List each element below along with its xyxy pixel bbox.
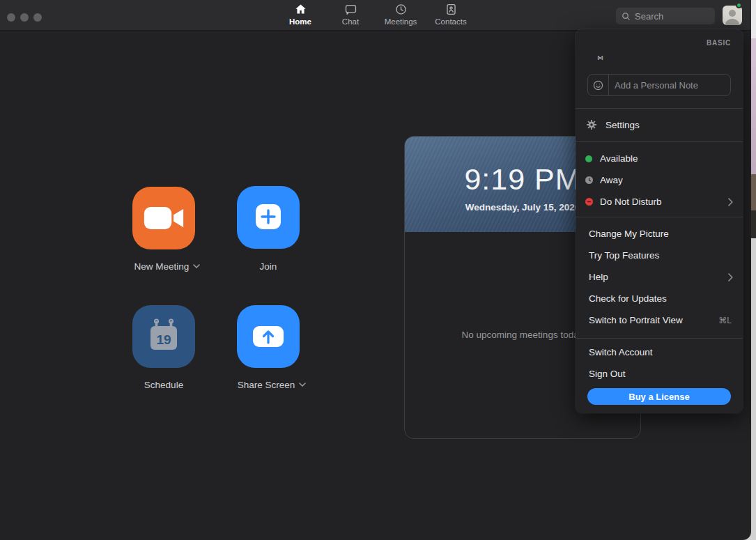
nav-tabs: Home Chat Meetings	[275, 2, 476, 30]
share-screen-label-row[interactable]: Share Screen	[209, 378, 334, 391]
menu-item-try-top-features[interactable]: Try Top Features	[576, 245, 743, 266]
share-screen-button[interactable]	[237, 305, 300, 368]
tab-meetings-label: Meetings	[385, 17, 417, 26]
new-meeting-button[interactable]	[132, 187, 195, 249]
home-icon	[294, 2, 307, 16]
emoji-smiley-icon[interactable]	[588, 75, 609, 95]
avatar[interactable]	[723, 6, 742, 25]
status-away-clock-icon	[585, 176, 600, 184]
menu-item-sign-out[interactable]: Sign Out	[576, 363, 743, 385]
chat-icon	[344, 2, 357, 16]
clock-date: Wednesday, July 15, 2020	[465, 202, 580, 213]
menu-item-check-for-updates[interactable]: Check for Updates	[576, 288, 743, 309]
schedule-button[interactable]: 19	[132, 305, 195, 368]
menu-item-settings[interactable]: Settings	[576, 108, 743, 141]
gear-icon	[586, 119, 605, 130]
menu-item-check-for-updates-label: Check for Updates	[589, 293, 667, 304]
menu-item-switch-account-label: Switch Account	[589, 347, 653, 357]
search-input[interactable]: Search	[616, 8, 715, 24]
divider	[576, 338, 743, 339]
plan-badge: BASIC	[707, 39, 731, 47]
window-minimize-button[interactable]	[20, 13, 29, 22]
schedule-label: Schedule	[144, 380, 183, 390]
menu-item-away[interactable]: Away	[576, 169, 743, 191]
schedule-label-row: Schedule	[101, 378, 226, 391]
video-camera-icon	[132, 187, 195, 249]
menu-item-available[interactable]: Available	[576, 148, 743, 169]
keyboard-shortcut: ⌘L	[718, 316, 732, 325]
join-label-row: Join	[206, 260, 331, 272]
menu-item-away-label: Away	[600, 175, 623, 185]
plus-icon	[237, 186, 300, 249]
menu-item-available-label: Available	[600, 153, 638, 164]
tab-meetings[interactable]: Meetings	[376, 2, 426, 30]
window-close-button[interactable]	[7, 13, 15, 22]
tab-home[interactable]: Home	[275, 2, 325, 30]
screen: Home Chat Meetings	[0, 0, 756, 540]
user-name: ⋈	[597, 54, 603, 61]
menu-item-change-my-picture-label: Change My Picture	[589, 229, 669, 239]
chevron-right-icon	[728, 198, 733, 206]
menu-item-help-label: Help	[589, 272, 608, 282]
join-label: Join	[260, 261, 277, 272]
status-available-dot	[585, 155, 600, 162]
menu-item-settings-label: Settings	[605, 120, 640, 130]
divider	[576, 141, 743, 142]
chevron-down-icon[interactable]	[193, 264, 200, 268]
menu-item-dnd-label: Do Not Disturb	[600, 196, 662, 207]
calendar-day-number: 19	[156, 332, 171, 347]
tab-contacts-label: Contacts	[435, 17, 466, 26]
chevron-down-icon[interactable]	[299, 383, 306, 387]
chevron-right-icon	[728, 273, 733, 281]
menu-item-sign-out-label: Sign Out	[589, 369, 626, 379]
menu-item-switch-to-portrait-view[interactable]: Switch to Portrait View ⌘L	[576, 309, 743, 331]
meetings-clock-icon	[394, 2, 408, 16]
clock-time: 9:19 PM	[464, 162, 580, 196]
buy-a-license-button[interactable]: Buy a License	[587, 388, 731, 405]
search-icon	[622, 12, 631, 21]
tab-chat-label: Chat	[342, 17, 359, 26]
menu-item-change-my-picture[interactable]: Change My Picture	[576, 223, 743, 245]
avatar-status-dot	[736, 2, 742, 8]
top-bar: Home Chat Meetings	[0, 0, 751, 31]
profile-dropdown-menu: BASIC ⋈ Add a Personal Note Settings	[576, 29, 743, 413]
status-dnd-icon	[585, 198, 600, 206]
menu-item-switch-account[interactable]: Switch Account	[576, 341, 743, 363]
tab-home-label: Home	[289, 17, 311, 26]
person-avatar-icon	[723, 6, 742, 25]
menu-item-help[interactable]: Help	[576, 266, 743, 288]
search-placeholder: Search	[635, 11, 663, 22]
menu-item-do-not-disturb[interactable]: Do Not Disturb	[576, 191, 743, 213]
divider	[576, 217, 743, 217]
personal-note-placeholder: Add a Personal Note	[615, 80, 698, 91]
calendar-icon: 19	[132, 305, 195, 368]
menu-item-portrait-view-label: Switch to Portrait View	[589, 315, 683, 325]
zoom-app-window: Home Chat Meetings	[0, 0, 751, 540]
tab-contacts[interactable]: Contacts	[426, 2, 476, 30]
tab-chat[interactable]: Chat	[325, 2, 376, 30]
join-button[interactable]	[237, 186, 300, 249]
window-zoom-button[interactable]	[33, 13, 42, 22]
new-meeting-label: New Meeting	[134, 261, 190, 272]
personal-note-input[interactable]: Add a Personal Note	[587, 74, 731, 96]
share-screen-label: Share Screen	[238, 380, 295, 390]
menu-item-try-top-features-label: Try Top Features	[589, 250, 659, 261]
share-up-arrow-icon	[237, 305, 300, 368]
contacts-icon	[445, 2, 458, 16]
